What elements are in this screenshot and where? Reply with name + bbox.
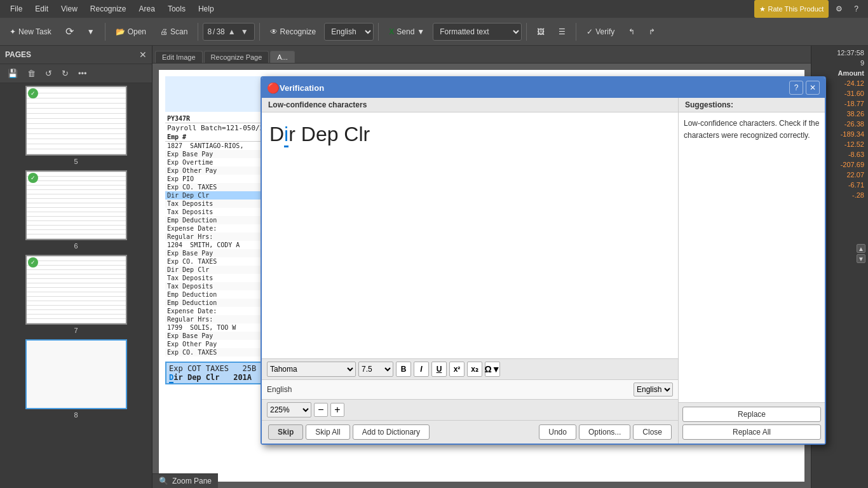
rate-product-button[interactable]: ★ Rate This Product (754, 0, 829, 18)
transform-left-icon: ↰ (628, 27, 635, 36)
image-icon: 🖼 (537, 27, 545, 36)
menu-help[interactable]: Help (193, 3, 219, 15)
left-action-buttons: Skip Skip All Add to Dictionary (268, 424, 430, 440)
zoom-in-btn[interactable]: + (330, 403, 344, 417)
replace-all-button[interactable]: Replace All (682, 424, 821, 440)
skip-all-button[interactable]: Skip All (306, 424, 349, 440)
separator5 (526, 23, 527, 41)
dialog-action-buttons: Skip Skip All Add to Dictionary Undo Opt… (262, 420, 678, 444)
tab-recognize-page[interactable]: Recognize Page (204, 51, 269, 63)
page-badge-7: ✓ (28, 257, 38, 268)
editor-toolbar: Tahoma Arial Times New Roman 7.5 8 10 B … (262, 358, 678, 379)
help-button[interactable]: ? (850, 0, 863, 19)
convert-icon: ⟳ (65, 25, 74, 37)
scan-icon: 🖨 (160, 27, 168, 36)
options-button[interactable]: Options... (579, 424, 630, 440)
list-button[interactable]: ☰ (553, 22, 571, 42)
pages-close-button[interactable]: ✕ (139, 50, 147, 60)
settings-button[interactable]: ⚙ (831, 0, 847, 19)
special-chars-button[interactable]: Ω▼ (485, 362, 500, 377)
low-confidence-header: Low-confidence characters (262, 98, 678, 112)
italic-button[interactable]: I (414, 362, 429, 377)
zoom-out-btn[interactable]: − (314, 403, 328, 417)
page-thumb-5[interactable]: ✓ 5 (3, 86, 149, 165)
page-label-5: 5 (74, 158, 78, 165)
verify-button[interactable]: ✓ Verify (581, 22, 620, 42)
tab-edit-image[interactable]: Edit Image (155, 51, 203, 63)
tab-active[interactable]: A... (270, 51, 295, 63)
bold-button[interactable]: B (396, 362, 411, 377)
list-icon: ☰ (559, 27, 566, 36)
prev-page-button[interactable]: ▲ (226, 27, 238, 36)
zoom-bar: 225% 100% 150% 200% 300% − + (262, 399, 678, 420)
undo-button[interactable]: Undo (539, 424, 576, 440)
underline-button[interactable]: U (431, 362, 447, 377)
more-options-button[interactable]: ••• (74, 67, 91, 80)
font-select[interactable]: Tahoma Arial Times New Roman (267, 362, 356, 377)
language-label: English (267, 385, 292, 394)
zoom-select[interactable]: 225% 100% 150% 200% 300% (267, 402, 311, 417)
zoom-pane-button[interactable]: 🔍 Zoom Pane (153, 473, 218, 488)
page-badge-6: ✓ (28, 173, 38, 183)
page-thumb-7[interactable]: ✓ 7 (3, 255, 149, 334)
convert-options-button[interactable]: ▼ (81, 22, 100, 42)
menu-file[interactable]: File (5, 3, 27, 15)
format-select[interactable]: Formatted text Plain text PDF (433, 23, 522, 41)
replace-buttons: Replace Replace All (679, 402, 825, 444)
send-button[interactable]: X Send ▼ (383, 22, 430, 42)
superscript-button[interactable]: x² (449, 362, 465, 377)
page-navigator: 8 / 38 ▲ ▼ (203, 23, 254, 41)
separator6 (576, 23, 576, 41)
right-row: 9 (813, 58, 867, 67)
close-dialog-button[interactable]: Close (633, 424, 672, 440)
dialog-title: Verification (280, 83, 324, 93)
quick-convert-button[interactable]: ⟳ (60, 22, 79, 42)
subscript-button[interactable]: x₂ (467, 362, 482, 377)
next-page-button[interactable]: ▼ (239, 27, 250, 36)
replace-button[interactable]: Replace (682, 407, 821, 422)
image-button[interactable]: 🖼 (531, 22, 550, 42)
scan-button[interactable]: 🖨 Scan (154, 22, 193, 42)
page-thumb-6[interactable]: ✓ 6 (3, 170, 149, 250)
page-thumb-img-5: ✓ (25, 86, 127, 156)
dialog-help-button[interactable]: ? (789, 81, 803, 95)
page-thumb-8[interactable]: 8 (3, 339, 149, 419)
menu-recognize[interactable]: Recognize (85, 3, 132, 15)
rotate-left-button[interactable]: ↺ (41, 67, 56, 80)
menu-tools[interactable]: Tools (163, 3, 191, 15)
toolbar: ✦ New Task ⟳ ▼ 📂 Open 🖨 Scan 8 / 38 ▲ ▼ … (0, 18, 868, 46)
add-to-dict-button[interactable]: Add to Dictionary (353, 424, 430, 440)
page-thumb-img-7: ✓ (25, 255, 127, 325)
menu-area[interactable]: Area (134, 3, 160, 15)
save-pages-button[interactable]: 💾 (4, 67, 22, 80)
text-content: Dir Dep Clr (269, 120, 670, 149)
highlighted-char: i (284, 123, 288, 147)
dialog-titlebar: 🔴 Verification ? ✕ (262, 78, 825, 98)
menu-edit[interactable]: Edit (30, 3, 53, 15)
open-button[interactable]: 📂 Open (110, 22, 152, 42)
right-scroll-up[interactable]: ▲ (857, 244, 865, 253)
page-label-6: 6 (74, 242, 78, 250)
recognize-icon: 👁 (270, 27, 278, 36)
chevron-down-icon: ▼ (87, 27, 95, 36)
delete-page-button[interactable]: 🗑 (24, 67, 39, 80)
page-thumb-img-6: ✓ (25, 170, 127, 240)
transform-left-button[interactable]: ↰ (623, 22, 641, 42)
new-task-button[interactable]: ✦ New Task (4, 22, 57, 42)
dialog-close-button[interactable]: ✕ (806, 81, 820, 95)
dialog-body: Low-confidence characters Dir Dep Clr Ta… (262, 98, 825, 444)
skip-button[interactable]: Skip (268, 424, 303, 440)
dialog-header-buttons: ? ✕ (789, 81, 820, 95)
dialog-lang-select[interactable]: English (634, 383, 673, 396)
doc-tabs: Edit Image Recognize Page A... (153, 46, 811, 64)
recognize-button[interactable]: 👁 Recognize (264, 22, 322, 42)
language-select[interactable]: English German French (324, 23, 374, 41)
dialog-title-icon: 🔴 (267, 82, 280, 94)
size-select[interactable]: 7.5 8 10 (358, 362, 393, 377)
transform-right-button[interactable]: ↱ (643, 22, 661, 42)
rotate-right-button[interactable]: ↻ (58, 67, 72, 80)
right-scroll-down[interactable]: ▼ (857, 254, 865, 263)
pages-toolbar: 💾 🗑 ↺ ↻ ••• (0, 64, 152, 83)
menu-view[interactable]: View (56, 3, 83, 15)
zoom-pane-icon: 🔍 (159, 477, 168, 485)
